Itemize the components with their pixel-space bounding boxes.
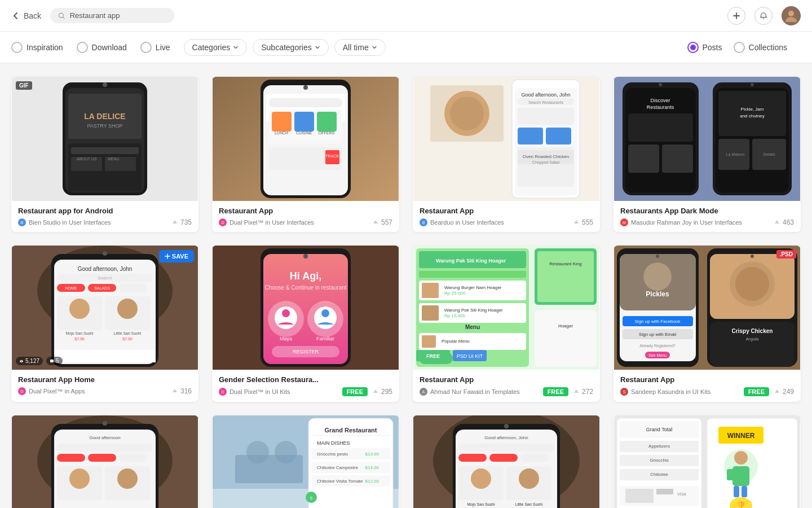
eye-icon [19, 359, 24, 364]
categories-dropdown[interactable]: Categories [184, 39, 248, 56]
add-button[interactable] [727, 7, 745, 25]
svg-point-68 [751, 83, 754, 86]
card-5-title: Restaurant App Home [18, 375, 192, 384]
download-label: Download [92, 43, 127, 52]
svg-text:Mojo San Sushi: Mojo San Sushi [467, 502, 495, 507]
filter-download[interactable]: Download [77, 42, 127, 53]
svg-text:Rp 25.000: Rp 25.000 [444, 291, 465, 296]
svg-text:ABOUT US: ABOUT US [77, 157, 97, 161]
card-10[interactable]: Grand Restaurant MAIN DISHES Gnocchis pe… [212, 415, 399, 508]
alltime-dropdown[interactable]: All time [334, 39, 386, 56]
svg-point-106 [321, 309, 329, 317]
card-3[interactable]: Good afternoon, John Search Restaurants … [413, 77, 600, 232]
svg-rect-55 [628, 113, 693, 142]
card-1-vote-count: 735 [180, 218, 192, 226]
card-7-image: Warung Pak Siti King Hoager Warung Burge… [413, 246, 600, 370]
svg-text:Grand Restaurant: Grand Restaurant [325, 427, 377, 433]
card-8-svg: Pickles Sign up with Facebook Sign up wi… [614, 246, 801, 370]
card-6-meta: D Dual Pixel™ in UI Kits FREE 295 [219, 387, 392, 396]
collections-option[interactable]: Collections [734, 42, 787, 53]
search-bar [50, 8, 174, 23]
filter-inspiration[interactable]: Inspiration [11, 42, 63, 53]
vote-arrow-icon-3 [573, 219, 580, 226]
card-7-meta: A Ahmad Nur Fawaid in Templates FREE 272 [420, 387, 593, 396]
notification-button[interactable] [754, 7, 773, 25]
svg-text:Hoager: Hoager [558, 323, 573, 329]
card-7-author-name: Ahmad Nur Fawaid in Templates [430, 388, 520, 395]
card-8-votes: 249 [774, 388, 794, 396]
card-2[interactable]: Good afternoon, John LUNCH CUISINE OFFER… [212, 77, 399, 232]
card-7-vote-count: 272 [582, 388, 593, 396]
card-5-meta: D Dual Pixel™ in Apps 316 [18, 387, 192, 395]
card-4[interactable]: Discover Restaurants Pickle, Jam and chu… [614, 77, 801, 232]
card-4-votes: 463 [774, 218, 794, 226]
svg-text:$7.99: $7.99 [74, 337, 85, 341]
card-5-author-avatar: D [18, 387, 26, 395]
card-8-psd-badge: .PSD [776, 250, 796, 259]
card-1[interactable]: LA DELICE PASTRY SHOP ABOUT US MENU GIF … [11, 77, 198, 232]
svg-point-163 [751, 255, 754, 258]
card-8-meta: S Sandeep Kasundra in UI Kits FREE 249 [620, 387, 794, 396]
svg-rect-172 [57, 454, 85, 462]
svg-text:Search Restaurants: Search Restaurants [528, 100, 563, 104]
svg-text:Mojo San Sushi: Mojo San Sushi [65, 331, 93, 336]
svg-text:Discover: Discover [650, 98, 670, 103]
card-4-author: M Masudur Rahman Joy in User Interfaces [620, 218, 742, 226]
svg-point-144 [643, 262, 672, 291]
collections-radio[interactable] [734, 42, 745, 53]
inspiration-radio[interactable] [11, 42, 23, 53]
card-5-save-button[interactable]: SAVE [159, 250, 194, 262]
card-7-votes: 272 [573, 388, 593, 396]
card-1-votes: 735 [171, 218, 192, 226]
svg-rect-171 [57, 444, 153, 452]
svg-text:WINNER: WINNER [727, 432, 755, 440]
svg-text:See Menu: See Menu [648, 353, 667, 357]
svg-point-211 [471, 468, 491, 489]
search-input[interactable] [70, 11, 167, 20]
svg-text:Appetizers: Appetizers [648, 444, 670, 449]
filter-live[interactable]: Live [140, 42, 170, 53]
svg-text:Little Sari Sushi: Little Sari Sushi [114, 331, 142, 335]
avatar[interactable] [782, 6, 801, 25]
card-7-title: Restaurant App [420, 375, 593, 384]
card-11-image: Good afternoon, John Mojo San Sushi $7.9… [413, 415, 600, 508]
card-12[interactable]: Grand Total Appetizers Gnocchis Chibolee… [614, 415, 801, 508]
card-9[interactable]: Good afternoon Restaurant App Home D Dua… [11, 415, 198, 508]
card-3-votes: 555 [573, 218, 593, 226]
card-11[interactable]: Good afternoon, John Mojo San Sushi $7.9… [413, 415, 600, 508]
card-1-meta: B Bien Studio in User Interfaces 735 [18, 218, 192, 226]
card-3-vote-count: 555 [582, 218, 593, 226]
posts-option[interactable]: Posts [687, 42, 722, 53]
svg-rect-94 [50, 360, 54, 362]
card-10-svg: Grand Restaurant MAIN DISHES Gnocchis pe… [212, 415, 399, 508]
back-button[interactable]: Back [11, 11, 41, 20]
card-8-author-name: Sandeep Kasundra in UI Kits [631, 388, 710, 395]
svg-point-219 [504, 424, 509, 428]
svg-text:Menu: Menu [465, 324, 480, 330]
card-6[interactable]: Hi Agi, Choose & Continue in restaurant … [212, 246, 399, 402]
svg-text:Oven Roasted Chicken: Oven Roasted Chicken [523, 154, 569, 159]
card-5-author: D Dual Pixel™ in Apps [18, 387, 85, 395]
download-radio[interactable] [77, 42, 88, 53]
card-8[interactable]: Pickles Sign up with Facebook Sign up wi… [614, 246, 801, 402]
live-radio[interactable] [140, 42, 152, 53]
svg-point-184 [275, 441, 297, 463]
card-7[interactable]: Warung Pak Siti King Hoager Warung Burge… [413, 246, 600, 402]
svg-text:Sign up with Email: Sign up with Email [639, 332, 676, 337]
svg-text:$13.00: $13.00 [365, 452, 379, 457]
card-6-votes: 295 [372, 388, 392, 396]
svg-point-92 [103, 251, 107, 256]
svg-text:MAIN DISHES: MAIN DISHES [317, 440, 350, 446]
card-5[interactable]: Good afternoon, John Search HOME SALADS … [11, 246, 198, 402]
vote-arrow-icon-8 [774, 388, 780, 395]
subcategories-dropdown[interactable]: Subcategories [253, 39, 329, 56]
svg-text:Familiar: Familiar [316, 336, 334, 341]
svg-text:Search: Search [98, 275, 112, 281]
card-11-svg: Good afternoon, John Mojo San Sushi $7.9… [413, 415, 600, 508]
svg-text:OFFERS: OFFERS [319, 131, 335, 135]
svg-rect-232 [656, 489, 673, 494]
comments-stat: 5 [46, 357, 63, 365]
subcategories-label: Subcategories [261, 43, 312, 52]
posts-radio[interactable] [687, 42, 699, 53]
svg-text:$7.90: $7.90 [122, 337, 133, 341]
